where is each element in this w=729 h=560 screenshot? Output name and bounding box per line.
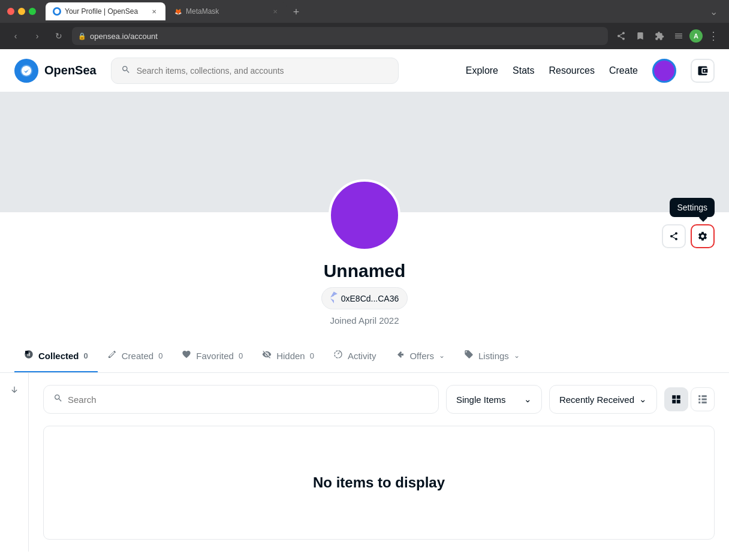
tab-title-metamask: MetaMask	[186, 7, 267, 16]
nav-create[interactable]: Create	[609, 65, 638, 76]
profile-section: Unnamed 0xE8Cd...CA36 Joined April 2022	[0, 212, 729, 340]
ethereum-icon	[330, 291, 338, 305]
header-user-avatar[interactable]	[652, 59, 676, 83]
app-nav: Explore Stats Resources Create	[466, 59, 715, 83]
opensea-logo[interactable]: OpenSea	[14, 59, 97, 83]
share-profile-button[interactable]	[662, 224, 686, 248]
recently-received-chevron-icon: ⌄	[639, 394, 647, 405]
offers-chevron-icon: ⌄	[439, 351, 445, 360]
items-search-bar[interactable]	[43, 385, 439, 414]
offers-tab-icon	[395, 350, 405, 362]
browser-back-button[interactable]: ‹	[7, 28, 24, 44]
single-items-label: Single Items	[456, 395, 506, 405]
tab-hidden[interactable]: Hidden 0	[252, 340, 324, 373]
app-search-bar[interactable]	[111, 58, 399, 84]
tab-created[interactable]: Created 0	[98, 340, 173, 373]
browser-toolbar-icons: A ⋮	[613, 28, 722, 44]
settings-tooltip: Settings	[670, 198, 715, 217]
offers-tab-label: Offers	[409, 351, 434, 361]
browser-chrome: Your Profile | OpenSea ✕ 🦊 MetaMask ✕ + …	[0, 0, 729, 49]
browser-profile-avatar[interactable]: A	[689, 29, 703, 43]
ssl-lock-icon: 🔒	[78, 32, 86, 40]
items-search-input[interactable]	[68, 395, 429, 405]
svg-point-0	[55, 9, 59, 14]
recently-received-label: Recently Received	[559, 395, 634, 405]
avatar-wrapper	[329, 179, 400, 251]
tab-metamask[interactable]: 🦊 MetaMask ✕	[167, 2, 287, 20]
opensea-logo-text: OpenSea	[44, 64, 97, 77]
maximize-window-button[interactable]	[29, 8, 36, 15]
single-items-chevron-icon: ⌄	[524, 394, 532, 405]
browser-reload-button[interactable]: ↻	[50, 28, 67, 44]
favorited-tab-count: 0	[239, 351, 243, 360]
bookmark-icon[interactable]	[632, 28, 649, 44]
favorited-tab-label: Favorited	[196, 351, 234, 361]
collected-tab-label: Collected	[38, 351, 79, 361]
traffic-lights	[7, 8, 36, 15]
tab-overflow-button[interactable]: ⌄	[705, 3, 722, 20]
search-input[interactable]	[137, 66, 388, 76]
tab-opensea[interactable]: Your Profile | OpenSea ✕	[46, 2, 165, 20]
view-toggles	[664, 387, 715, 411]
created-tab-icon	[107, 350, 117, 362]
sidebar-toggle-button[interactable]	[0, 373, 29, 552]
profile-name: Unnamed	[324, 261, 406, 281]
list-view-button[interactable]	[691, 387, 715, 411]
opensea-app: OpenSea Explore Stats Resources Create	[0, 49, 729, 552]
content-area: Single Items ⌄ Recently Received ⌄	[0, 373, 729, 552]
listings-tab-icon	[464, 350, 474, 362]
nav-resources[interactable]: Resources	[549, 65, 594, 76]
profile-avatar	[329, 179, 400, 251]
profile-address-badge[interactable]: 0xE8Cd...CA36	[321, 287, 408, 309]
collected-tab-count: 0	[84, 351, 88, 360]
share-icon[interactable]	[613, 28, 629, 44]
activity-tab-label: Activity	[348, 351, 376, 361]
empty-state: No items to display	[43, 426, 715, 540]
hidden-tab-count: 0	[310, 351, 314, 360]
browser-menu-button[interactable]: ⋮	[705, 28, 722, 44]
tab-offers[interactable]: Offers ⌄	[385, 340, 454, 373]
listings-tab-label: Listings	[478, 351, 509, 361]
single-items-dropdown[interactable]: Single Items ⌄	[446, 385, 542, 414]
sidebar-icon[interactable]	[670, 28, 687, 44]
profile-tabs: Collected 0 Created 0 Favorited 0 Hidden…	[0, 340, 729, 373]
close-window-button[interactable]	[7, 8, 14, 15]
settings-button[interactable]	[691, 224, 715, 248]
address-bar[interactable]: 🔒 opensea.io/account	[72, 27, 608, 45]
new-tab-button[interactable]: +	[288, 4, 305, 20]
browser-tabs: Your Profile | OpenSea ✕ 🦊 MetaMask ✕ +	[46, 2, 700, 20]
activity-tab-icon	[333, 350, 343, 362]
wallet-button[interactable]	[691, 59, 715, 83]
tab-listings[interactable]: Listings ⌄	[454, 340, 529, 373]
grid-view-button[interactable]	[664, 387, 688, 411]
tab-activity[interactable]: Activity	[324, 340, 386, 373]
empty-state-text: No items to display	[313, 474, 445, 491]
settings-tooltip-wrapper: Settings	[662, 224, 715, 248]
extensions-icon[interactable]	[651, 28, 668, 44]
wallet-address: 0xE8Cd...CA36	[341, 294, 399, 303]
browser-forward-button[interactable]: ›	[29, 28, 46, 44]
listings-chevron-icon: ⌄	[514, 351, 520, 360]
tab-favicon-opensea	[53, 7, 61, 16]
search-icon	[121, 65, 131, 76]
browser-toolbar: ‹ › ↻ 🔒 opensea.io/account A ⋮	[0, 23, 729, 49]
profile-joined-date: Joined April 2022	[330, 315, 399, 326]
collected-tab-icon	[24, 350, 34, 362]
nav-stats[interactable]: Stats	[513, 65, 534, 76]
app-header: OpenSea Explore Stats Resources Create	[0, 49, 729, 92]
filters-row: Single Items ⌄ Recently Received ⌄	[43, 385, 715, 414]
tab-close-opensea[interactable]: ✕	[150, 7, 158, 16]
main-content: Single Items ⌄ Recently Received ⌄	[29, 373, 729, 552]
url-display: opensea.io/account	[90, 32, 602, 41]
created-tab-label: Created	[122, 351, 153, 361]
hidden-tab-icon	[262, 350, 272, 362]
opensea-logo-icon	[14, 59, 38, 83]
browser-titlebar: Your Profile | OpenSea ✕ 🦊 MetaMask ✕ + …	[0, 0, 729, 23]
nav-explore[interactable]: Explore	[466, 65, 498, 76]
recently-received-dropdown[interactable]: Recently Received ⌄	[549, 385, 657, 414]
tab-close-metamask[interactable]: ✕	[271, 7, 279, 16]
tab-collected[interactable]: Collected 0	[14, 340, 98, 373]
tab-title-opensea: Your Profile | OpenSea	[65, 7, 146, 16]
minimize-window-button[interactable]	[18, 8, 25, 15]
tab-favorited[interactable]: Favorited 0	[172, 340, 252, 373]
